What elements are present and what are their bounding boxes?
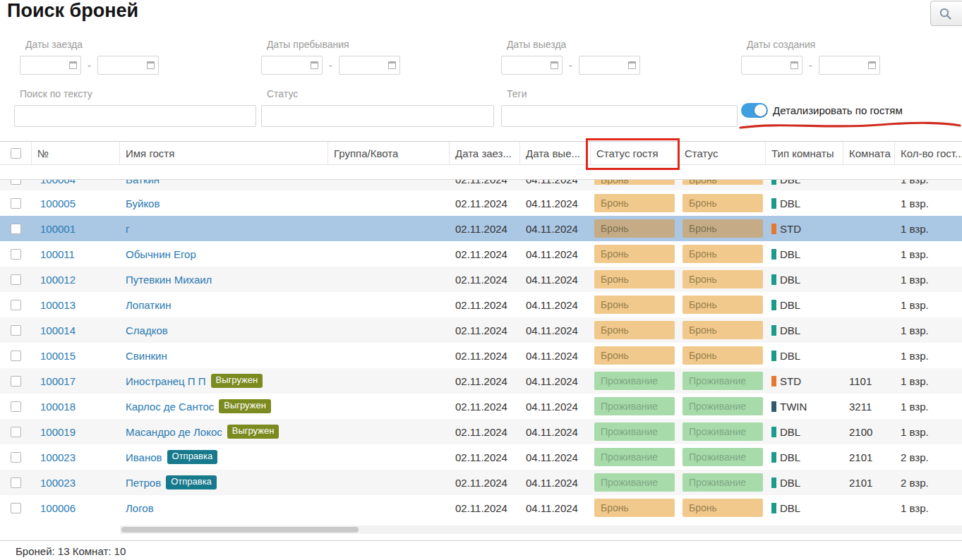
booking-number-link[interactable]: 100019 — [40, 426, 76, 438]
row-checkbox[interactable] — [11, 325, 21, 336]
row-checkbox[interactable] — [11, 351, 21, 361]
room-type-cell: STD — [766, 368, 843, 394]
table-row[interactable]: 100015 Свинкин 02.11.2024 04.11.2024 Бро… — [0, 343, 962, 368]
table-row[interactable]: 100004 Ваткин 02.11.2024 04.11.2024 Брон… — [0, 180, 962, 190]
booking-number-link[interactable]: 100017 — [40, 375, 76, 387]
booking-number-link[interactable]: 100023 — [40, 451, 76, 463]
column-header-checkout[interactable]: Дата вые... — [520, 142, 591, 164]
table-row[interactable]: 100011 Обычнин Егор 02.11.2024 04.11.202… — [0, 241, 962, 267]
booking-number-link[interactable]: 100018 — [40, 401, 76, 413]
table-row[interactable]: 100023 Иванов Отправка 02.11.2024 04.11.… — [0, 444, 962, 470]
room-number-cell — [843, 495, 895, 521]
column-header-status[interactable]: Статус — [679, 142, 766, 164]
table-row[interactable]: 100012 Путевкин Михаил 02.11.2024 04.11.… — [0, 267, 962, 292]
row-checkbox[interactable] — [11, 249, 21, 260]
creation-date-from-input[interactable] — [741, 56, 802, 75]
status-filter-input[interactable] — [261, 105, 494, 127]
row-checkbox[interactable] — [11, 503, 21, 513]
row-checkbox[interactable] — [11, 224, 21, 234]
row-checkbox[interactable] — [11, 477, 21, 488]
booking-status-chip: Проживание — [683, 448, 763, 466]
table-row[interactable]: 100014 Сладков 02.11.2024 04.11.2024 Бро… — [0, 317, 962, 343]
guest-name-link[interactable]: Обычнин Егор — [126, 248, 196, 260]
room-type-label: DBL — [780, 426, 800, 438]
row-checkbox[interactable] — [11, 180, 21, 185]
row-checkbox[interactable] — [11, 452, 21, 463]
booking-number-link[interactable]: 100013 — [40, 299, 76, 311]
booking-number-link[interactable]: 100015 — [40, 350, 76, 362]
row-checkbox[interactable] — [11, 427, 21, 437]
booking-number-link[interactable]: 100004 — [40, 180, 76, 185]
select-all-cell[interactable] — [0, 142, 32, 164]
page-title: Поиск броней — [7, 0, 138, 22]
column-header-guest-status[interactable]: Статус гостя — [591, 142, 679, 164]
tags-filter-input[interactable] — [501, 105, 738, 127]
booking-number-link[interactable]: 100006 — [40, 502, 76, 514]
booking-number-link[interactable]: 100011 — [40, 248, 75, 260]
guest-name-link[interactable]: Буйков — [126, 197, 160, 209]
column-header-checkin[interactable]: Дата заез... — [450, 142, 520, 164]
booking-number-link[interactable]: 100012 — [40, 274, 76, 286]
row-checkbox[interactable] — [11, 198, 21, 209]
room-type-color-icon — [771, 401, 776, 412]
row-checkbox[interactable] — [11, 376, 21, 386]
table-row[interactable]: 100023 Петров Отправка 02.11.2024 04.11.… — [0, 470, 962, 495]
select-all-checkbox[interactable] — [11, 148, 21, 159]
search-button[interactable] — [930, 1, 962, 26]
departure-date-to-input[interactable] — [579, 56, 640, 75]
guest-name-link[interactable]: Иванов — [126, 451, 162, 463]
checkin-date: 02.11.2024 — [450, 419, 520, 444]
arrival-date-from-input[interactable] — [20, 56, 81, 75]
table-row[interactable]: 100013 Лопаткин 02.11.2024 04.11.2024 Бр… — [0, 292, 962, 317]
table-row[interactable]: 100019 Масандро де Локос Выгружен 02.11.… — [0, 419, 962, 444]
horizontal-scrollbar[interactable] — [120, 525, 962, 534]
arrival-date-to-input[interactable] — [97, 56, 159, 75]
stay-date-to-input[interactable] — [339, 56, 400, 75]
guest-name-link[interactable]: Ваткин — [126, 180, 160, 185]
guest-name-link[interactable]: Иностранец П П — [126, 375, 206, 387]
column-header-room-type[interactable]: Тип комнаты — [766, 142, 843, 164]
booking-number-link[interactable]: 100005 — [40, 197, 76, 209]
table-row[interactable]: 100005 Буйков 02.11.2024 04.11.2024 Брон… — [0, 190, 962, 216]
horizontal-scrollbar-thumb[interactable] — [121, 527, 359, 532]
column-header-guest-name[interactable]: Имя гостя — [120, 142, 328, 164]
room-type-cell: TWIN — [766, 394, 843, 419]
table-row[interactable]: 100018 Карлос де Сантос Выгружен 02.11.2… — [0, 394, 962, 419]
table-row[interactable]: 100001 г 02.11.2024 04.11.2024 Бронь Бро… — [0, 216, 962, 241]
table-row[interactable]: 100006 Логов 02.11.2024 04.11.2024 Бронь… — [0, 495, 962, 521]
guest-count-cell: 1 взр. — [895, 267, 962, 292]
booking-status-chip: Бронь — [683, 180, 763, 185]
room-type-color-icon — [771, 224, 776, 234]
guest-name-link[interactable]: Масандро де Локос — [126, 426, 222, 438]
guest-count-cell: 1 взр. — [895, 343, 962, 368]
departure-dates-filter: Даты выезда - — [501, 39, 640, 75]
booking-number-link[interactable]: 100023 — [40, 477, 76, 489]
departure-date-from-input[interactable] — [501, 56, 563, 75]
detail-by-guests-toggle[interactable] — [741, 103, 768, 118]
row-checkbox[interactable] — [11, 300, 21, 310]
row-checkbox[interactable] — [11, 401, 21, 412]
text-search-label: Поиск по тексту — [20, 88, 256, 99]
creation-date-to-input[interactable] — [819, 56, 880, 75]
column-header-group-quota[interactable]: Группа/Квота — [328, 142, 450, 164]
booking-number-link[interactable]: 100014 — [40, 324, 76, 336]
column-header-number[interactable]: № — [32, 142, 120, 164]
guest-name-link[interactable]: Карлос де Сантос — [126, 401, 214, 413]
booking-number-link[interactable]: 100001 — [40, 223, 76, 235]
column-header-room[interactable]: Комната — [843, 142, 895, 164]
guest-export-badge: Выгружен — [219, 399, 271, 413]
guest-name-link[interactable]: Сладков — [126, 324, 168, 336]
guest-name-link[interactable]: Свинкин — [126, 350, 167, 362]
column-header-guest-count[interactable]: Кол-во гост... — [895, 142, 962, 164]
stay-date-from-input[interactable] — [261, 56, 323, 75]
guest-name-link[interactable]: Логов — [126, 502, 154, 514]
row-checkbox[interactable] — [11, 274, 21, 285]
guest-name-link[interactable]: Петров — [126, 477, 161, 489]
guest-name-link[interactable]: г — [126, 223, 129, 235]
text-search-input[interactable] — [14, 105, 256, 127]
guest-name-link[interactable]: Путевкин Михаил — [126, 274, 212, 286]
guest-export-badge: Отправка — [167, 450, 218, 463]
table-row[interactable]: 100017 Иностранец П П Выгружен 02.11.202… — [0, 368, 962, 394]
guest-status-chip: Бронь — [594, 245, 675, 263]
guest-name-link[interactable]: Лопаткин — [126, 299, 171, 311]
